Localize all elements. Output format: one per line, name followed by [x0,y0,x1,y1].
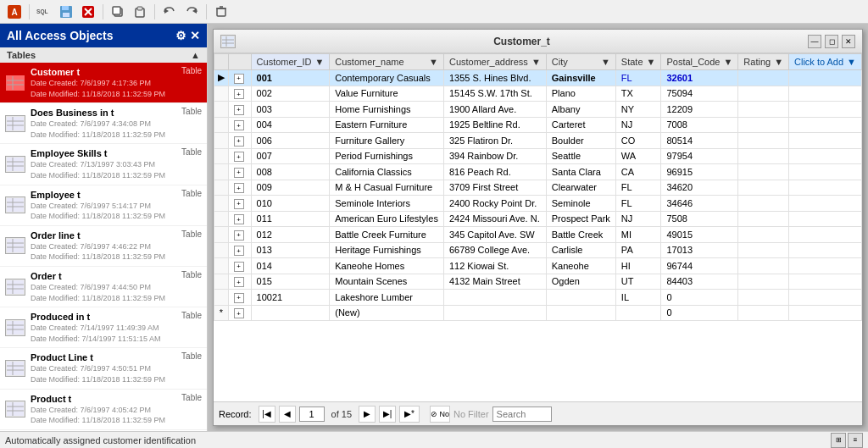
sidebar-config-icon[interactable]: ⚙ [175,29,186,42]
cell-click-to-add[interactable] [789,290,862,306]
table-row[interactable]: + 003 Home Furnishings 1900 Allard Ave. … [214,102,862,118]
cell-postal[interactable]: 96744 [661,258,738,274]
cell-address[interactable]: 345 Capitol Ave. SW [443,227,546,243]
row-expand[interactable]: + [228,148,251,164]
cell-name[interactable]: Heritage Furnishings [330,242,444,258]
table-row[interactable]: + 015 Mountain Scenes 4132 Main Street O… [214,274,862,290]
cell-id[interactable]: 001 [251,70,330,86]
cell-click-to-add[interactable] [789,211,862,227]
col-header-customer-id[interactable]: Customer_ID ▼ [251,54,330,70]
cell-postal[interactable]: 7508 [661,211,738,227]
cell-rating[interactable] [738,305,789,321]
cell-name[interactable]: American Euro Lifestyles [330,211,444,227]
save-button[interactable] [57,3,75,21]
cell-click-to-add[interactable] [789,242,862,258]
cell-name[interactable]: Furniture Gallery [330,133,444,149]
cell-state[interactable]: HI [615,258,661,274]
row-expand[interactable]: + [228,258,251,274]
table-row[interactable]: + 007 Period Furnishings 394 Rainbow Dr.… [214,148,862,164]
cell-rating[interactable] [738,180,789,196]
row-expand[interactable]: + [228,211,251,227]
cell-city[interactable]: Santa Clara [546,164,615,180]
cell-name[interactable]: Eastern Furniture [330,117,444,133]
cell-id[interactable]: 009 [251,180,330,196]
cell-address[interactable]: 1900 Allard Ave. [443,102,546,118]
cell-city[interactable] [546,290,615,306]
cell-name[interactable]: Mountain Scenes [330,274,444,290]
table-row[interactable]: ▶ + 001 Contemporary Casuals 1355 S. Hin… [214,70,862,86]
cell-state[interactable]: IL [615,290,661,306]
table-row[interactable]: + 008 California Classics 816 Peach Rd. … [214,164,862,180]
cell-rating[interactable] [738,242,789,258]
cell-city[interactable]: Boulder [546,133,615,149]
cell-address[interactable]: 1925 Beltline Rd. [443,117,546,133]
minimize-button[interactable]: — [808,35,821,48]
table-row[interactable]: + 012 Battle Creek Furniture 345 Capitol… [214,227,862,243]
row-expand[interactable]: + [228,164,251,180]
row-expand[interactable]: + [228,117,251,133]
col-header-city[interactable]: City ▼ [546,54,615,70]
section-collapse-icon[interactable]: ▲ [191,50,200,60]
cell-state[interactable]: NJ [615,117,661,133]
cell-city[interactable]: Kaneohe [546,258,615,274]
copy-button[interactable] [108,3,127,21]
table-row[interactable]: + 004 Eastern Furniture 1925 Beltline Rd… [214,117,862,133]
cell-address[interactable]: 816 Peach Rd. [443,164,546,180]
cell-city[interactable]: Ogden [546,274,615,290]
cell-click-to-add[interactable] [789,227,862,243]
cell-state[interactable]: UT [615,274,661,290]
cell-rating[interactable] [738,274,789,290]
table-row[interactable]: + 011 American Euro Lifestyles 2424 Miss… [214,211,862,227]
col-header-click-to-add[interactable]: Click to Add ▼ [789,54,862,70]
cell-id[interactable]: 008 [251,164,330,180]
cell-name[interactable]: (New) [330,305,444,321]
cell-city[interactable]: Carteret [546,117,615,133]
nav-next-button[interactable]: ▶ [359,406,376,423]
cell-postal[interactable]: 96915 [661,164,738,180]
status-icon-grid[interactable]: ⊞ [831,433,846,448]
cell-state[interactable]: CO [615,133,661,149]
cell-address[interactable]: 1355 S. Hines Blvd. [443,70,546,86]
col-header-rating[interactable]: Rating ▼ [738,54,789,70]
nav-filter-icon[interactable]: ⊘ No [430,406,450,423]
cell-state[interactable]: CA [615,164,661,180]
cell-address[interactable] [443,290,546,306]
cell-click-to-add[interactable] [789,133,862,149]
sidebar-item-9[interactable]: Raw Materials t Table Date Created: 7/6/… [0,430,207,431]
table-row[interactable]: + 009 M & H Casual Furniture 3709 First … [214,180,862,196]
cell-postal[interactable]: 12209 [661,102,738,118]
nav-search-input[interactable] [492,407,552,422]
cell-click-to-add[interactable] [789,102,862,118]
cell-click-to-add[interactable] [789,164,862,180]
sidebar-item-2[interactable]: Employee Skills t Table Date Created: 7/… [0,144,207,185]
cell-address[interactable]: 15145 S.W. 17th St. [443,86,546,102]
table-row[interactable]: + 10021 Lakeshore Lumber IL 0 [214,290,862,306]
sidebar-item-6[interactable]: Produced in t Table Date Created: 7/14/1… [0,307,207,348]
status-icon-view[interactable]: ≡ [848,433,863,448]
cell-name[interactable]: M & H Casual Furniture [330,180,444,196]
cell-state[interactable]: WA [615,148,661,164]
table-row[interactable]: * + (New) 0 [214,305,862,321]
cell-name[interactable]: Home Furnishings [330,102,444,118]
cell-id[interactable]: 10021 [251,290,330,306]
row-expand[interactable]: + [228,305,251,321]
cell-postal[interactable]: 84403 [661,274,738,290]
cell-city[interactable]: Albany [546,102,615,118]
cell-city[interactable] [546,305,615,321]
cell-click-to-add[interactable] [789,305,862,321]
cell-postal[interactable]: 80514 [661,133,738,149]
sidebar-item-4[interactable]: Order line t Table Date Created: 7/6/199… [0,226,207,267]
sidebar-item-5[interactable]: Order t Table Date Created: 7/6/1997 4:4… [0,267,207,307]
cell-rating[interactable] [738,227,789,243]
cell-name[interactable]: Value Furniture [330,86,444,102]
nav-current-input[interactable] [299,407,325,422]
window-close-button[interactable]: ✕ [842,35,855,48]
cell-rating[interactable] [738,196,789,212]
cell-city[interactable]: Seattle [546,148,615,164]
table-row[interactable]: + 006 Furniture Gallery 325 Flatiron Dr.… [214,133,862,149]
cell-id[interactable]: 012 [251,227,330,243]
cell-address[interactable]: 4132 Main Street [443,274,546,290]
cell-address[interactable]: 325 Flatiron Dr. [443,133,546,149]
nav-prev-button[interactable]: ◀ [279,406,296,423]
cell-id[interactable]: 007 [251,148,330,164]
